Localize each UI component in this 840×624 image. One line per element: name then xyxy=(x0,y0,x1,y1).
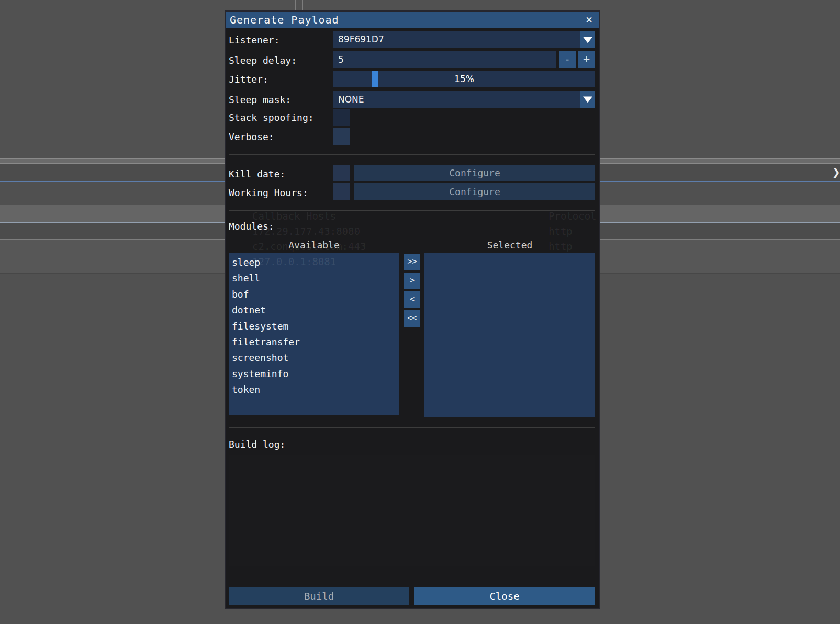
dialog-title-bar[interactable]: Generate Payload ✕ xyxy=(226,12,599,28)
close-icon[interactable]: ✕ xyxy=(584,13,595,26)
jitter-slider[interactable]: 15% xyxy=(333,71,595,87)
remove-all-modules-button[interactable]: << xyxy=(404,310,420,327)
ghost-protocol-header: Protocol xyxy=(548,210,597,222)
listener-value: 89F691D7 xyxy=(338,34,384,44)
available-header: Available xyxy=(229,240,399,251)
verbose-label: Verbose: xyxy=(229,131,274,142)
remove-module-button[interactable]: < xyxy=(404,291,420,308)
selected-modules-list[interactable] xyxy=(424,253,595,417)
build-log-output[interactable] xyxy=(229,455,595,566)
listener-label: Listener: xyxy=(229,35,280,46)
selected-header: Selected xyxy=(424,240,595,251)
jitter-label: Jitter: xyxy=(229,74,268,85)
separator xyxy=(229,210,595,211)
bg-window-tick xyxy=(295,0,296,11)
kill-date-configure-button[interactable]: Configure xyxy=(354,165,595,181)
sleep-delay-input[interactable]: 5 xyxy=(333,51,556,68)
chevron-down-icon xyxy=(580,31,595,48)
listener-dropdown[interactable]: 89F691D7 xyxy=(333,31,595,48)
module-item[interactable]: shell xyxy=(232,270,399,286)
stack-spoofing-label: Stack spoofing: xyxy=(229,112,314,123)
kill-date-label: Kill date: xyxy=(229,168,285,179)
module-item[interactable]: dotnet xyxy=(232,302,399,318)
module-item[interactable]: bof xyxy=(232,287,399,302)
working-hours-configure-button[interactable]: Configure xyxy=(354,183,595,200)
module-item[interactable]: sleep xyxy=(232,255,399,270)
module-item[interactable]: filesystem xyxy=(232,319,399,334)
working-hours-label: Working Hours: xyxy=(229,187,308,198)
modules-label: Modules: xyxy=(229,221,274,232)
build-button[interactable]: Build xyxy=(229,587,409,605)
sleep-mask-value: NONE xyxy=(338,94,364,105)
chevron-down-icon xyxy=(580,91,595,108)
separator xyxy=(229,578,595,578)
sleep-mask-label: Sleep mask: xyxy=(229,94,291,105)
dialog-title: Generate Payload xyxy=(230,14,339,26)
module-item[interactable]: filetransfer xyxy=(232,334,399,350)
sleep-delay-value: 5 xyxy=(338,54,344,65)
add-module-button[interactable]: > xyxy=(404,273,420,289)
stack-spoofing-checkbox[interactable] xyxy=(333,109,350,126)
separator xyxy=(229,154,595,155)
sleep-delay-decrement-button[interactable]: - xyxy=(559,51,576,68)
sleep-delay-label: Sleep delay: xyxy=(229,55,297,66)
module-item[interactable]: systeminfo xyxy=(232,366,399,382)
screen: ❯ Generate Payload ✕ Listener: 89F691D7 … xyxy=(0,0,840,624)
jitter-value: 15% xyxy=(333,71,595,87)
kill-date-checkbox[interactable] xyxy=(333,165,350,181)
ghost-callback-hosts-header: Callback Hosts xyxy=(252,210,336,222)
module-item[interactable]: token xyxy=(232,382,399,398)
sleep-delay-increment-button[interactable]: + xyxy=(578,51,595,68)
expand-chevron-icon[interactable]: ❯ xyxy=(832,164,840,180)
generate-payload-dialog: Generate Payload ✕ Listener: 89F691D7 Sl… xyxy=(225,10,600,609)
working-hours-checkbox[interactable] xyxy=(333,183,350,200)
ghost-protocol-row: http xyxy=(548,225,573,237)
module-item[interactable]: screenshot xyxy=(232,350,399,366)
available-modules-list[interactable]: sleep shell bof dotnet filesystem filetr… xyxy=(229,253,399,415)
build-log-label: Build log: xyxy=(229,439,285,450)
bg-window-tick xyxy=(302,0,303,11)
sleep-mask-dropdown[interactable]: NONE xyxy=(333,91,595,108)
close-button[interactable]: Close xyxy=(414,587,595,605)
add-all-modules-button[interactable]: >> xyxy=(404,254,420,270)
verbose-checkbox[interactable] xyxy=(333,128,350,145)
separator xyxy=(229,427,595,428)
